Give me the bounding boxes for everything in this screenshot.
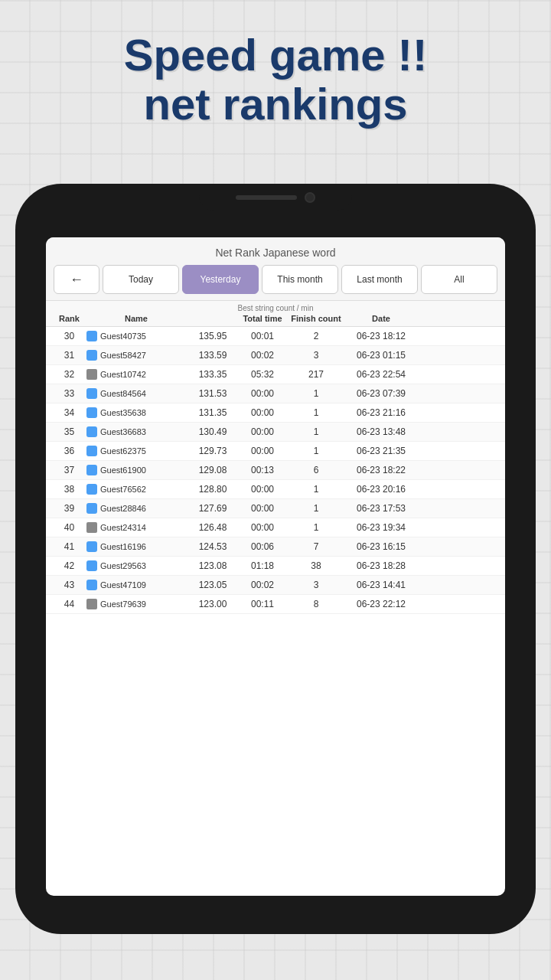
cell-name: Guest76562 xyxy=(86,484,186,495)
table-row: 40 Guest24314 126.48 00:00 1 06-23 19:34 xyxy=(46,518,505,537)
cell-score: 126.48 xyxy=(186,522,240,533)
phone-screen: Net Rank Japanese word ← Today Yesterday… xyxy=(46,237,505,896)
cell-total-time: 01:18 xyxy=(240,560,285,571)
cell-rank: 44 xyxy=(52,599,86,609)
col-name: Name xyxy=(86,314,186,323)
cell-date: 06-23 22:54 xyxy=(347,369,416,380)
cell-date: 06-23 19:34 xyxy=(347,522,416,533)
cell-finish-count: 38 xyxy=(285,560,347,571)
cell-finish-count: 1 xyxy=(285,426,347,437)
cell-finish-count: 3 xyxy=(285,350,347,361)
table-row: 44 Guest79639 123.00 00:11 8 06-23 22:12 xyxy=(46,595,505,614)
tablet-icon xyxy=(86,599,97,609)
cell-date: 06-23 13:48 xyxy=(347,426,416,437)
cell-name: Guest36683 xyxy=(86,426,186,437)
table-row: 36 Guest62375 129.73 00:00 1 06-23 21:35 xyxy=(46,442,505,461)
tab-bar: ← Today Yesterday This month Last month … xyxy=(54,265,497,294)
cell-date: 06-23 17:53 xyxy=(347,503,416,514)
cell-rank: 38 xyxy=(52,484,86,495)
table-row: 30 Guest40735 135.95 00:01 2 06-23 18:12 xyxy=(46,327,505,346)
cell-finish-count: 6 xyxy=(285,465,347,475)
cell-score: 131.35 xyxy=(186,407,240,418)
cell-name: Guest24314 xyxy=(86,522,186,533)
phone-icon xyxy=(86,426,97,437)
cell-finish-count: 1 xyxy=(285,388,347,399)
cell-finish-count: 2 xyxy=(285,331,347,341)
tablet-icon xyxy=(86,522,97,533)
cell-total-time: 00:02 xyxy=(240,580,285,590)
cell-total-time: 00:00 xyxy=(240,388,285,399)
cell-rank: 35 xyxy=(52,426,86,437)
table-row: 37 Guest61900 129.08 00:13 6 06-23 18:22 xyxy=(46,461,505,480)
cell-total-time: 00:00 xyxy=(240,522,285,533)
cell-total-time: 00:00 xyxy=(240,503,285,514)
table-row: 34 Guest35638 131.35 00:00 1 06-23 21:16 xyxy=(46,403,505,423)
table-row: 41 Guest16196 124.53 00:06 7 06-23 16:15 xyxy=(46,537,505,557)
app-header: Net Rank Japanese word ← Today Yesterday… xyxy=(46,237,505,301)
header-subtitle: Net Rank Japanese word xyxy=(54,247,497,259)
cell-total-time: 00:01 xyxy=(240,331,285,341)
cell-score: 130.49 xyxy=(186,426,240,437)
cell-total-time: 00:00 xyxy=(240,484,285,495)
cell-score: 133.59 xyxy=(186,350,240,361)
cell-rank: 37 xyxy=(52,465,86,475)
cell-score: 127.69 xyxy=(186,503,240,514)
phone-notch xyxy=(199,184,352,211)
cell-total-time: 05:32 xyxy=(240,369,285,380)
cell-total-time: 00:00 xyxy=(240,426,285,437)
cell-total-time: 00:11 xyxy=(240,599,285,609)
phone-icon xyxy=(86,484,97,495)
cell-name: Guest35638 xyxy=(86,407,186,418)
table-row: 33 Guest84564 131.53 00:00 1 06-23 07:39 xyxy=(46,384,505,403)
cell-name: Guest16196 xyxy=(86,541,186,552)
cell-name: Guest61900 xyxy=(86,465,186,475)
cell-score: 129.73 xyxy=(186,446,240,456)
cell-rank: 31 xyxy=(52,350,86,361)
cell-name: Guest84564 xyxy=(86,388,186,399)
cell-total-time: 00:00 xyxy=(240,407,285,418)
cell-date: 06-23 21:35 xyxy=(347,446,416,456)
tab-today[interactable]: Today xyxy=(103,265,179,294)
tab-last-month[interactable]: Last month xyxy=(341,265,418,294)
cell-score: 133.35 xyxy=(186,369,240,380)
cell-rank: 43 xyxy=(52,580,86,590)
cell-rank: 30 xyxy=(52,331,86,341)
col-date: Date xyxy=(347,314,416,323)
cell-rank: 39 xyxy=(52,503,86,514)
tablet-icon xyxy=(86,369,97,380)
cell-score: 131.53 xyxy=(186,388,240,399)
cell-finish-count: 1 xyxy=(285,407,347,418)
cell-date: 06-23 21:16 xyxy=(347,407,416,418)
cell-total-time: 00:00 xyxy=(240,446,285,456)
table-header: Best string count / min Rank Name Total … xyxy=(46,301,505,327)
cell-date: 06-23 16:15 xyxy=(347,541,416,552)
tab-this-month[interactable]: This month xyxy=(262,265,338,294)
cell-rank: 32 xyxy=(52,369,86,380)
tab-yesterday[interactable]: Yesterday xyxy=(182,265,259,294)
cell-rank: 42 xyxy=(52,560,86,571)
cell-score: 135.95 xyxy=(186,331,240,341)
phone-icon xyxy=(86,560,97,571)
cell-date: 06-23 22:12 xyxy=(347,599,416,609)
cell-rank: 40 xyxy=(52,522,86,533)
phone-icon xyxy=(86,407,97,418)
cell-name: Guest10742 xyxy=(86,369,186,380)
cell-name: Guest58427 xyxy=(86,350,186,361)
cell-rank: 36 xyxy=(52,446,86,456)
tab-all[interactable]: All xyxy=(421,265,497,294)
cell-date: 06-23 18:12 xyxy=(347,331,416,341)
cell-score: 123.08 xyxy=(186,560,240,571)
cell-date: 06-23 18:28 xyxy=(347,560,416,571)
col-total-time: Total time xyxy=(240,314,285,323)
table-row: 39 Guest28846 127.69 00:00 1 06-23 17:53 xyxy=(46,499,505,518)
cell-name: Guest40735 xyxy=(86,331,186,341)
phone-icon xyxy=(86,580,97,590)
col-rank: Rank xyxy=(52,314,86,323)
table-row: 38 Guest76562 128.80 00:00 1 06-23 20:16 xyxy=(46,480,505,499)
cell-date: 06-23 01:15 xyxy=(347,350,416,361)
back-button[interactable]: ← xyxy=(54,265,99,294)
cell-name: Guest62375 xyxy=(86,446,186,456)
table-row: 42 Guest29563 123.08 01:18 38 06-23 18:2… xyxy=(46,557,505,576)
cell-finish-count: 1 xyxy=(285,484,347,495)
cell-score: 124.53 xyxy=(186,541,240,552)
